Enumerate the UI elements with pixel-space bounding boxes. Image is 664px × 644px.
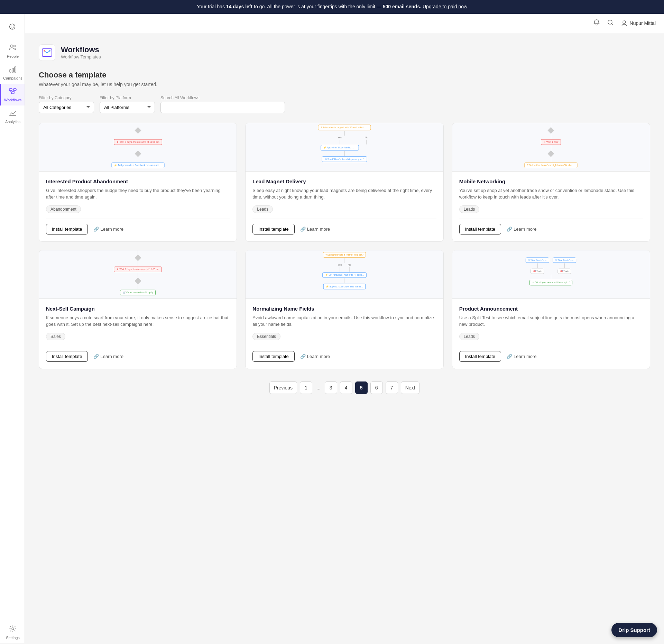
page-btn-4[interactable]: 4 [340, 381, 352, 394]
sidebar-people-label: People [7, 54, 19, 58]
platform-filter-select[interactable]: All Platforms Shopify WooCommerce [100, 102, 155, 113]
sidebar-campaigns-label: Campaigns [3, 76, 22, 80]
card-preview-6: ✉ "New Prod..." subj A 🎯 Track ✉ "New Pr… [452, 250, 650, 299]
install-btn-3[interactable]: Install template [459, 224, 501, 234]
main-wrapper: Nupur Mittal Workflows Workflow [25, 14, 664, 643]
learn-btn-3[interactable]: 🔗 Learn more [507, 227, 536, 232]
card-body-4: Next-Sell Campaign If someone buys a cut… [39, 299, 237, 369]
search-icon[interactable] [607, 19, 614, 28]
upgrade-link[interactable]: Upgrade to paid now [423, 4, 467, 9]
install-btn-6[interactable]: Install template [459, 351, 501, 362]
svg-point-11 [623, 21, 626, 24]
banner-text: Your trial has 14 days left to go. All t… [197, 4, 467, 9]
trial-banner: Your trial has 14 days left to go. All t… [0, 0, 664, 14]
card-tag-2: Leads [252, 205, 273, 213]
svg-point-13 [44, 50, 45, 52]
card-title-6: Product Announcement [459, 306, 643, 312]
learn-icon-4: 🔗 [93, 354, 99, 359]
page-btn-6[interactable]: 6 [370, 381, 383, 394]
card-title-4: Next-Sell Campaign [46, 306, 230, 312]
section-title: Choose a template [39, 71, 650, 80]
learn-icon-1: 🔗 [93, 227, 99, 232]
card-actions-6: Install template 🔗 Learn more [459, 346, 643, 362]
card-tag-5: Essentials [252, 333, 280, 340]
install-btn-4[interactable]: Install template [46, 351, 88, 362]
card-actions-5: Install template 🔗 Learn more [252, 346, 436, 362]
next-page-btn[interactable]: Next [401, 381, 420, 394]
search-input[interactable] [160, 102, 285, 113]
card-body-5: Normalizing Name Fields Avoid awkward na… [246, 299, 443, 369]
learn-btn-6[interactable]: 🔗 Learn more [507, 354, 536, 359]
card-actions-1: Install template 🔗 Learn more [46, 219, 230, 234]
card-tag-3: Leads [459, 205, 480, 213]
nav-right: Nupur Mittal [593, 19, 656, 28]
card-body-2: Lead Magnet Delivery Sleep easy at night… [246, 172, 443, 241]
campaigns-icon [9, 65, 17, 75]
learn-icon-3: 🔗 [507, 227, 512, 232]
svg-point-14 [49, 50, 50, 52]
svg-point-0 [11, 45, 13, 47]
page-btn-7[interactable]: 7 [386, 381, 398, 394]
card-body-3: Mobile Networking You've set up shop at … [452, 172, 650, 241]
logo: ☺ [6, 19, 19, 33]
analytics-icon [9, 109, 17, 118]
category-filter-label: Filter by Category [39, 95, 94, 100]
sidebar-item-settings[interactable]: Settings [0, 622, 25, 643]
install-btn-5[interactable]: Install template [252, 351, 294, 362]
bell-icon[interactable] [593, 19, 600, 28]
cards-grid: ⚡ Apply the "Interest - Item - Aviator H… [39, 123, 650, 369]
section-subtitle: Whatever your goal may be, let us help y… [39, 82, 650, 87]
learn-btn-5[interactable]: 🔗 Learn more [300, 354, 330, 359]
card-next-sell: ✉ Send the "Next Sell" campaign ⏸ Wait 2… [39, 250, 237, 369]
svg-rect-6 [13, 89, 16, 91]
card-product-announcement: ✉ "New Prod..." subj A 🎯 Track ✉ "New Pr… [452, 250, 650, 369]
svg-rect-3 [12, 68, 13, 72]
sidebar-item-campaigns[interactable]: Campaigns [0, 62, 25, 84]
learn-icon-5: 🔗 [300, 354, 306, 359]
card-desc-1: Give interested shoppers the nudge they … [46, 187, 230, 201]
page-btn-5[interactable]: 5 [355, 381, 368, 394]
pagination: Previous 1 ... 3 4 5 6 7 Next [39, 381, 650, 408]
sidebar-analytics-label: Analytics [5, 120, 20, 124]
sidebar-item-analytics[interactable]: Analytics [0, 105, 25, 127]
page-btn-3[interactable]: 3 [325, 381, 337, 394]
page-btn-1[interactable]: 1 [300, 381, 312, 394]
card-tag-4: Sales [46, 333, 65, 340]
prev-page-btn[interactable]: Previous [269, 381, 297, 394]
sidebar-settings-label: Settings [6, 636, 20, 640]
settings-icon [9, 625, 17, 634]
learn-btn-4[interactable]: 🔗 Learn more [93, 354, 123, 359]
card-mobile-networking: ⚡ Apply the "Lead - Conference Connectio… [452, 123, 650, 242]
card-preview-3: ⚡ Apply the "Lead - Conference Connectio… [452, 123, 650, 172]
card-tag-1: Abandonment [46, 205, 81, 213]
drip-support-button[interactable]: Drip Support [611, 623, 657, 637]
banner-days: 14 days left [226, 4, 252, 9]
learn-icon-2: 🔗 [300, 227, 306, 232]
category-filter-select[interactable]: All Categories Abandonment Leads Sales E… [39, 102, 94, 113]
card-title-1: Interested Product Abandonment [46, 178, 230, 184]
svg-rect-2 [10, 70, 11, 72]
sidebar-item-people[interactable]: People [0, 40, 25, 62]
platform-filter-group: Filter by Platform All Platforms Shopify… [100, 95, 155, 113]
people-icon [9, 44, 17, 53]
card-actions-3: Install template 🔗 Learn more [459, 219, 643, 234]
sidebar-workflows-label: Workflows [4, 98, 22, 102]
page-header-icon [39, 44, 55, 61]
banner-limit: 500 email sends. [383, 4, 421, 9]
install-btn-2[interactable]: Install template [252, 224, 294, 234]
top-nav: Nupur Mittal [25, 14, 664, 33]
learn-btn-1[interactable]: 🔗 Learn more [93, 227, 123, 232]
install-btn-1[interactable]: Install template [46, 224, 88, 234]
svg-rect-8 [9, 115, 16, 116]
card-body-1: Interested Product Abandonment Give inte… [39, 172, 237, 241]
category-filter-group: Filter by Category All Categories Abando… [39, 95, 94, 113]
card-tag-6: Leads [459, 333, 480, 340]
user-avatar[interactable]: Nupur Mittal [621, 20, 656, 27]
content-area: Workflows Workflow Templates Choose a te… [25, 33, 664, 643]
learn-btn-2[interactable]: 🔗 Learn more [300, 227, 330, 232]
card-actions-2: Install template 🔗 Learn more [252, 219, 436, 234]
page-header: Workflows Workflow Templates [39, 44, 650, 61]
card-desc-2: Sleep easy at night knowing your lead ma… [252, 187, 436, 201]
card-normalize-names: ? Subscriber has a "name" field set? Yes… [245, 250, 443, 369]
sidebar-item-workflows[interactable]: Workflows [0, 84, 25, 105]
